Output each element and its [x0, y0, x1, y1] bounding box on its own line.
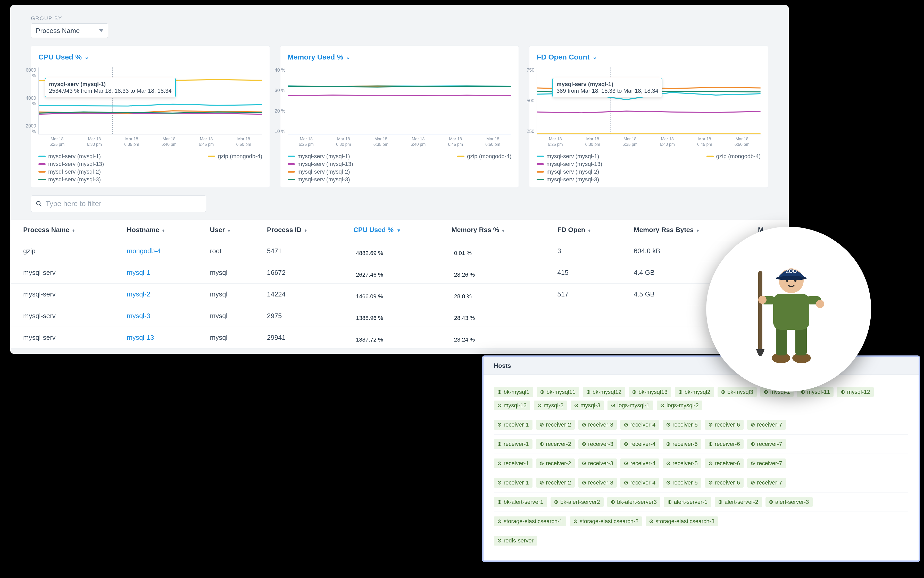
table-row[interactable]: mysql-servmysql-2mysql142241466.09 %28.8…	[10, 283, 789, 305]
host-chip[interactable]: receiver-3	[578, 420, 617, 430]
host-chip[interactable]: receiver-5	[663, 458, 701, 468]
host-chip[interactable]: alert-server-3	[766, 497, 813, 507]
cell-hostname[interactable]: mysql-3	[114, 305, 197, 326]
svg-point-42	[582, 443, 586, 446]
legend-item[interactable]: mysql-serv (mysql-13)	[38, 161, 104, 167]
panel-title[interactable]: CPU Used %⌄	[38, 53, 262, 61]
group-by-dropdown[interactable]: Process Name	[31, 23, 108, 38]
host-chip[interactable]: bk-alert-server1	[494, 497, 547, 507]
col-header[interactable]: Process Name ♦	[10, 220, 114, 240]
col-header[interactable]: CPU Used % ▼	[340, 220, 439, 240]
host-chip[interactable]: receiver-7	[747, 420, 786, 430]
col-header[interactable]: Hostname ♦	[114, 220, 197, 240]
cell-hostname[interactable]: mysql-1	[114, 262, 197, 283]
filter-input-wrap[interactable]	[31, 195, 206, 212]
table-row[interactable]: mysql-servmysql-3mysql29751388.96 %28.43…	[10, 305, 789, 326]
table-row[interactable]: mysql-servmysql-13mysql299411387.72 %23.…	[10, 326, 789, 348]
legend-item[interactable]: mysql-serv (mysql-3)	[537, 176, 602, 183]
svg-point-38	[709, 423, 712, 426]
host-chip[interactable]: receiver-1	[494, 439, 532, 449]
host-chip[interactable]: bk-mysql11	[537, 387, 579, 397]
cell-hostname[interactable]: mysql-13	[114, 326, 197, 348]
host-chip[interactable]: receiver-4	[620, 478, 659, 487]
host-chip[interactable]: receiver-5	[663, 478, 701, 487]
host-chip[interactable]: receiver-2	[536, 458, 575, 468]
cell-hostname[interactable]: mongodb-4	[114, 240, 197, 262]
host-chip[interactable]: logs-mysql-1	[607, 401, 653, 410]
legend-item[interactable]: mysql-serv (mysql-3)	[38, 176, 104, 183]
legend-item[interactable]: mysql-serv (mysql-1)	[537, 153, 602, 160]
host-chip[interactable]: alert-server-1	[664, 497, 711, 507]
host-chip[interactable]: storage-elasticsearch-1	[494, 516, 566, 526]
host-chip[interactable]: storage-elasticsearch-2	[570, 516, 642, 526]
host-chip[interactable]: receiver-6	[705, 420, 743, 430]
host-chip[interactable]: receiver-2	[536, 420, 575, 430]
legend-item[interactable]: gzip (mongodb-4)	[706, 153, 761, 160]
host-chip[interactable]: receiver-5	[663, 420, 701, 430]
host-chip[interactable]: receiver-3	[578, 458, 617, 468]
host-chip[interactable]: mysql-3	[571, 401, 604, 410]
cell-pid: 29941	[254, 326, 340, 348]
col-header[interactable]: Memory Rss % ♦	[439, 220, 545, 240]
chart-area[interactable]: 6000 %4000 %2000 %mysql-serv (mysql-1)25…	[38, 68, 262, 135]
host-chip[interactable]: receiver-2	[536, 439, 575, 449]
legend-item[interactable]: mysql-serv (mysql-1)	[38, 153, 104, 160]
host-chip[interactable]: bk-mysql2	[675, 387, 714, 397]
host-chip[interactable]: receiver-2	[536, 478, 575, 487]
legend-item[interactable]: mysql-serv (mysql-13)	[537, 161, 602, 167]
col-header[interactable]: User ♦	[197, 220, 254, 240]
host-chip[interactable]: mysql-12	[837, 387, 874, 397]
host-chip[interactable]: mysql-2	[534, 401, 567, 410]
col-header[interactable]: Memory Rss Bytes ♦	[621, 220, 745, 240]
col-header[interactable]: FD Open ♦	[544, 220, 621, 240]
table-row[interactable]: gzipmongodb-4root54714882.69 %0.01 %3604…	[10, 240, 789, 262]
host-chip[interactable]: receiver-5	[663, 439, 701, 449]
legend-item[interactable]: mysql-serv (mysql-1)	[288, 153, 353, 160]
chart-area[interactable]: 40 %30 %20 %10 %	[288, 68, 512, 135]
host-chip[interactable]: storage-elasticsearch-3	[646, 516, 718, 526]
host-chip[interactable]: bk-mysql13	[629, 387, 671, 397]
chart-area[interactable]: 750500250mysql-serv (mysql-1)389 from Ma…	[537, 68, 761, 135]
host-chip[interactable]: bk-alert-server2	[550, 497, 604, 507]
host-chip[interactable]: receiver-6	[705, 439, 743, 449]
host-chip[interactable]: bk-alert-server3	[607, 497, 660, 507]
host-chip[interactable]: receiver-7	[747, 458, 786, 468]
panel-title[interactable]: Memory Used %⌄	[288, 53, 512, 61]
filter-input[interactable]	[46, 200, 201, 208]
legend-item[interactable]: mysql-serv (mysql-2)	[537, 169, 602, 175]
legend-item[interactable]: mysql-serv (mysql-13)	[288, 161, 353, 167]
host-chip[interactable]: receiver-4	[620, 420, 659, 430]
host-chip[interactable]: bk-mysql1	[494, 387, 533, 397]
host-chip[interactable]: receiver-1	[494, 478, 532, 487]
table-row[interactable]: mysql-servmysql-1mysql166722627.46 %28.2…	[10, 262, 789, 283]
host-chip[interactable]: receiver-3	[578, 439, 617, 449]
host-chip[interactable]: receiver-4	[620, 439, 659, 449]
legend-item[interactable]: mysql-serv (mysql-3)	[288, 176, 353, 183]
panel-title[interactable]: FD Open Count⌄	[537, 53, 761, 61]
host-chip[interactable]: receiver-7	[747, 478, 786, 487]
legend-item[interactable]: mysql-serv (mysql-2)	[38, 169, 104, 175]
col-header[interactable]: Process ID ♦	[254, 220, 340, 240]
host-chip[interactable]: logs-mysql-2	[657, 401, 702, 410]
host-chip[interactable]: bk-mysql3	[717, 387, 757, 397]
svg-point-15	[776, 276, 807, 280]
cell-hostname[interactable]: mysql-2	[114, 283, 197, 305]
legend-item[interactable]: mysql-serv (mysql-2)	[288, 169, 353, 175]
arrow-icon	[573, 519, 578, 523]
host-chip[interactable]: alert-server-2	[715, 497, 762, 507]
host-chip[interactable]: receiver-3	[578, 478, 617, 487]
host-chip[interactable]: receiver-1	[494, 420, 532, 430]
host-chip[interactable]: bk-mysql12	[583, 387, 625, 397]
host-chip[interactable]: receiver-1	[494, 458, 532, 468]
svg-point-56	[582, 481, 586, 484]
legend-swatch	[38, 171, 46, 172]
legend-item[interactable]: gzip (mongodb-4)	[208, 153, 262, 160]
host-chip[interactable]: receiver-6	[705, 478, 743, 487]
host-chip[interactable]: receiver-6	[705, 458, 743, 468]
sort-icon: ▼	[396, 228, 401, 233]
host-chip[interactable]: redis-server	[494, 536, 537, 546]
host-chip[interactable]: receiver-7	[747, 439, 786, 449]
legend-item[interactable]: gzip (mongodb-4)	[457, 153, 511, 160]
host-chip[interactable]: receiver-4	[620, 458, 659, 468]
host-chip[interactable]: mysql-13	[494, 401, 530, 410]
